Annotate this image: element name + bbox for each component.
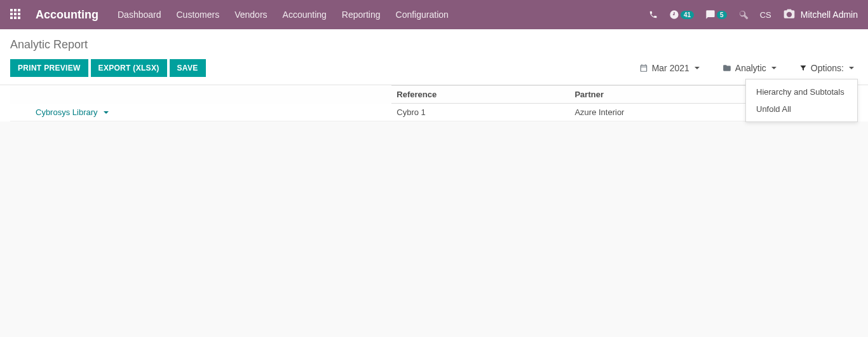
caret-down-icon [849,67,854,69]
messages-badge: 5 [717,11,727,19]
save-button[interactable]: SAVE [170,59,206,77]
calendar-icon [639,64,648,72]
print-preview-button[interactable]: PRINT PREVIEW [10,59,88,77]
nav-accounting[interactable]: Accounting [283,10,327,20]
phone-icon[interactable] [649,10,658,19]
report-filters: Mar 2021 Analytic Options: Hierarchy and… [635,60,858,76]
cell-reference: Cybro 1 [391,104,569,121]
activities-icon[interactable]: 41 [669,10,694,20]
nav-dashboard[interactable]: Dashboard [118,10,161,20]
table-row: Cybrosys Library Cybro 1 Azure Interior … [10,104,858,121]
navbar: Accounting Dashboard Customers Vendors A… [0,0,868,29]
apps-icon[interactable] [10,9,22,20]
user-name: Mitchell Admin [801,10,858,20]
control-panel: Analytic Report PRINT PREVIEW EXPORT (XL… [0,29,868,85]
col-account [10,86,391,104]
cell-partner: Azure Interior [569,104,756,121]
grouping-filter[interactable]: Analytic [719,60,780,76]
grouping-label: Analytic [735,63,766,73]
page-title: Analytic Report [0,29,868,55]
option-unfold-all[interactable]: Unfold All [746,100,857,118]
nav-reporting[interactable]: Reporting [342,10,381,20]
caret-down-icon [104,111,109,114]
report-area: Reference Partner Balance Cybrosys Libra… [0,85,868,121]
messages-icon[interactable]: 5 [705,10,727,20]
camera-icon [783,8,796,22]
funnel-icon [799,64,807,72]
account-toggle[interactable]: Cybrosys Library [10,104,391,121]
account-name: Cybrosys Library [36,107,98,117]
caret-down-icon [695,67,700,69]
nav-right: 41 5 CS Mitchell Admin [649,8,858,22]
options-filter[interactable]: Options: Hierarchy and Subtotals Unfold … [796,60,858,76]
toolbar: PRINT PREVIEW EXPORT (XLSX) SAVE Mar 202… [0,55,868,85]
col-reference: Reference [391,86,569,104]
col-partner: Partner [569,86,756,104]
period-label: Mar 2021 [652,63,689,73]
activities-badge: 41 [681,11,694,19]
app-brand[interactable]: Accounting [36,8,98,22]
nav-vendors[interactable]: Vendors [234,10,267,20]
option-hierarchy-subtotals[interactable]: Hierarchy and Subtotals [746,83,857,100]
company-switch[interactable]: CS [760,10,771,20]
options-dropdown: Hierarchy and Subtotals Unfold All [745,79,858,122]
user-menu[interactable]: Mitchell Admin [783,8,858,22]
nav-customers[interactable]: Customers [177,10,220,20]
table-header-row: Reference Partner Balance [10,86,858,104]
export-xlsx-button[interactable]: EXPORT (XLSX) [91,59,167,77]
options-label: Options: [811,63,844,73]
tools-icon[interactable] [738,10,749,20]
folder-icon [722,64,731,72]
nav-menu: Dashboard Customers Vendors Accounting R… [118,10,649,20]
caret-down-icon [771,67,776,69]
nav-configuration[interactable]: Configuration [396,10,449,20]
period-filter[interactable]: Mar 2021 [635,60,703,76]
report-table: Reference Partner Balance Cybrosys Libra… [10,85,858,121]
